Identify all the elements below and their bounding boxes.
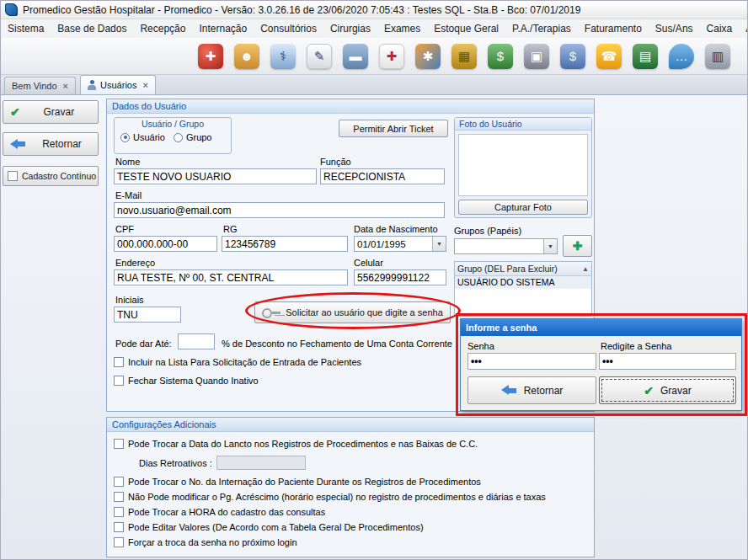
menu-item-pa-terapias[interactable]: P.A./Terapias <box>505 19 578 38</box>
checkbox-row-incluir-lista[interactable]: Incluir na Lista Para Solicitação de Ent… <box>114 357 361 367</box>
checkbox-row-trocar-hora[interactable]: Pode Trocar a HORA do cadastro das consu… <box>114 507 325 517</box>
solicitar-senha-button[interactable]: Solicitar ao usuário que digite a senha <box>254 301 451 323</box>
chat-icon[interactable]: … <box>669 44 694 69</box>
menu-item-administracao[interactable]: Administra <box>739 19 748 38</box>
checkbox[interactable] <box>114 537 124 547</box>
dialog-retornar-button[interactable]: Retornar <box>467 376 596 404</box>
menu-item-sus-ans[interactable]: Sus/Ans <box>649 19 700 38</box>
redigite-senha-input[interactable] <box>599 353 736 370</box>
menu-bar: Sistema Base de Dados Recepção Internaçã… <box>1 19 748 38</box>
chevron-down-icon[interactable]: ▼ <box>432 237 446 251</box>
funcao-input[interactable] <box>320 168 445 184</box>
checkbox[interactable] <box>114 439 124 449</box>
hospital-bed-icon[interactable]: ▬ <box>343 44 368 69</box>
safe-icon[interactable]: ▣ <box>524 44 549 69</box>
checkbox-row-trocar-no-internacao[interactable]: Pode Trocar o No. da Internação do Pacie… <box>114 477 481 487</box>
configuracoes-adicionais-panel: Configurações Adicionais Pode Trocar a D… <box>106 417 595 557</box>
tab-bem-vindo[interactable]: Bem Vindo × <box>4 77 76 94</box>
checkbox-row-nao-modificar-acrescimo[interactable]: Não Pode modificar o Pg. Acréscimo (horá… <box>114 492 546 502</box>
checkbox-row-fechar-sistema[interactable]: Fechar Sistema Quando Inativo <box>114 376 259 386</box>
card-terminal-icon[interactable]: ▥ <box>705 44 730 69</box>
patients-icon[interactable]: ☻ <box>234 44 259 69</box>
stock-icon[interactable]: ▦ <box>451 44 477 69</box>
dialog-gravar-button[interactable]: ✔ Gravar <box>599 376 736 404</box>
data-nascimento-label: Data de Nascimento <box>354 224 438 234</box>
sort-up-icon[interactable]: ▲ <box>582 265 589 273</box>
radio-usuario[interactable]: Usuário <box>120 132 165 142</box>
capturar-foto-label: Capturar Foto <box>494 202 552 212</box>
tab-close-icon[interactable]: × <box>142 80 147 90</box>
data-nascimento-value: 01/01/1995 <box>355 239 432 249</box>
billing-icon[interactable]: $ <box>488 44 513 69</box>
email-label: E-Mail <box>115 190 142 200</box>
add-grupo-button[interactable]: ✚ <box>563 235 592 257</box>
dias-retroativos-input <box>216 456 306 470</box>
user-icon <box>88 80 96 90</box>
list-item[interactable]: USUÁRIO DO SISTEMA <box>455 276 591 289</box>
checkbox[interactable] <box>114 376 124 386</box>
menu-item-consultorios[interactable]: Consultórios <box>254 19 323 38</box>
checkbox[interactable] <box>114 522 124 532</box>
grupo-list-header-label: Grupo (DEL Para Excluir) <box>457 264 582 274</box>
phone-icon[interactable]: ☎ <box>596 44 622 69</box>
gravar-button[interactable]: ✔ Gravar <box>3 100 99 124</box>
checkbox[interactable] <box>114 357 124 367</box>
dias-retroativos-label: Dias Retroativos : <box>139 458 212 468</box>
iniciais-input[interactable] <box>114 307 181 323</box>
doctor-icon[interactable]: ⚕ <box>270 44 296 69</box>
menu-item-estoque-geral[interactable]: Estoque Geral <box>427 19 505 38</box>
celular-input[interactable] <box>354 269 446 285</box>
checkbox-row-editar-valores[interactable]: Pode Editar Valores (De Acordo com a Tab… <box>114 522 424 532</box>
nome-input[interactable] <box>114 168 317 184</box>
radio-grupo[interactable]: Grupo <box>174 132 212 142</box>
dialog-title: Informe a senha <box>461 319 741 336</box>
retornar-button[interactable]: Retornar <box>3 132 99 156</box>
panel-title: Dados do Usuário <box>107 99 594 114</box>
grupo-list-header[interactable]: Grupo (DEL Para Excluir) ▲ <box>455 262 591 276</box>
cpf-input[interactable] <box>114 236 217 252</box>
menu-item-base-de-dados[interactable]: Base de Dados <box>51 19 133 38</box>
endereco-input[interactable] <box>114 269 348 285</box>
radio-usuario-control[interactable] <box>120 133 130 142</box>
checkbox-row-trocar-data-lancto[interactable]: Pode Trocar a Data do Lancto nos Registr… <box>114 439 478 449</box>
radio-grupo-control[interactable] <box>174 133 183 142</box>
cash-register-icon[interactable]: $ <box>560 44 585 69</box>
cadastro-continuo-toggle[interactable]: Cadastro Contínuo <box>3 166 99 186</box>
menu-item-internacao[interactable]: Internação <box>192 19 254 38</box>
checkbox[interactable] <box>114 507 124 517</box>
menu-item-exames[interactable]: Exames <box>377 19 427 38</box>
senha-input[interactable] <box>467 353 596 370</box>
menu-item-caixa[interactable]: Caixa <box>700 19 740 38</box>
key-icon <box>262 307 281 318</box>
capturar-foto-button[interactable]: Capturar Foto <box>458 200 588 215</box>
grupos-papeis-combobox[interactable]: ▼ <box>454 238 558 254</box>
sos-icon[interactable]: ✚ <box>198 44 223 69</box>
chevron-down-icon[interactable]: ▼ <box>543 239 557 253</box>
menu-item-recepcao[interactable]: Recepção <box>133 19 192 38</box>
ledger-icon[interactable]: ▤ <box>633 44 658 69</box>
menu-item-faturamento[interactable]: Faturamento <box>578 19 649 38</box>
data-nascimento-combobox[interactable]: 01/01/1995 ▼ <box>354 236 446 252</box>
solicitar-senha-label: Solicitar ao usuário que digite a senha <box>286 307 443 317</box>
tab-usuarios[interactable]: Usuários × <box>80 75 156 94</box>
ambulance-icon[interactable]: ✚ <box>379 44 404 69</box>
email-input[interactable] <box>114 202 445 218</box>
checkbox[interactable] <box>114 477 124 487</box>
grupo-list: Grupo (DEL Para Excluir) ▲ USUÁRIO DO SI… <box>454 261 592 317</box>
cadastro-continuo-checkbox[interactable] <box>8 171 18 181</box>
checkbox[interactable] <box>114 492 124 502</box>
tab-close-icon[interactable]: × <box>63 81 68 91</box>
checkbox-row-forcar-troca-senha[interactable]: Forçar a troca da senha no próximo login <box>114 537 297 547</box>
celular-label: Celular <box>354 258 383 268</box>
medical-records-icon[interactable]: ✎ <box>307 44 332 69</box>
permitir-abrir-ticket-button[interactable]: Permitir Abrir Ticket <box>339 120 448 137</box>
menu-item-sistema[interactable]: Sistema <box>1 19 51 38</box>
desconto-suffix-label: % de Desconto no Fechamento de Uma Conta… <box>222 339 452 349</box>
menu-item-cirurgias[interactable]: Cirurgias <box>323 19 377 38</box>
exams-icon[interactable]: ✱ <box>415 44 441 69</box>
app-window: Promedico Gestão Hospitalar - Promedico … <box>0 0 748 560</box>
title-bar: Promedico Gestão Hospitalar - Promedico … <box>1 1 748 19</box>
desconto-input[interactable] <box>178 333 215 349</box>
rg-input[interactable] <box>222 236 348 252</box>
senha-label: Senha <box>467 341 494 351</box>
